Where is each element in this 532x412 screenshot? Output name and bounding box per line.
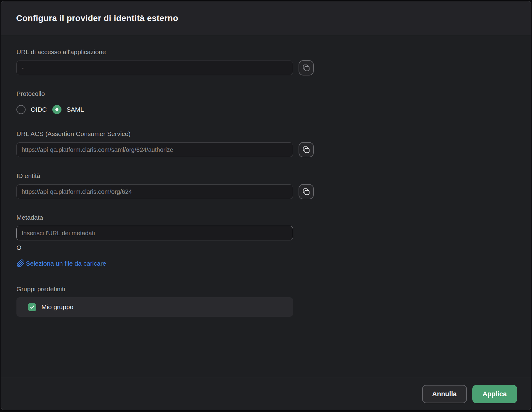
group-item-label: Mio gruppo xyxy=(41,303,73,311)
group-checkbox[interactable] xyxy=(28,303,36,311)
upload-metadata-file-link[interactable]: Seleziona un file da caricare xyxy=(16,259,106,267)
group-list-item: Mio gruppo xyxy=(16,297,293,317)
cancel-button[interactable]: Annulla xyxy=(422,385,467,403)
copy-entity-id-button[interactable] xyxy=(299,184,314,199)
app-url-label: URL di accesso all'applicazione xyxy=(16,49,516,55)
app-url-field: URL di accesso all'applicazione xyxy=(16,49,516,75)
protocol-options: OIDC SAML xyxy=(16,105,516,114)
metadata-url-input[interactable] xyxy=(16,226,293,240)
acs-url-label: URL ACS (Assertion Consumer Service) xyxy=(16,131,516,137)
dialog-header: Configura il provider di identità estern… xyxy=(1,1,531,35)
dialog-footer: Annulla Applica xyxy=(1,378,531,410)
configure-identity-provider-dialog: Configura il provider di identità estern… xyxy=(1,1,531,410)
radio-saml[interactable] xyxy=(52,105,61,114)
paperclip-icon xyxy=(16,259,25,267)
copy-acs-url-button[interactable] xyxy=(299,142,314,157)
entity-id-input[interactable] xyxy=(16,184,293,199)
copy-app-url-button[interactable] xyxy=(299,60,314,75)
groups-field: Gruppi predefiniti Mio gruppo xyxy=(16,286,516,317)
protocol-label: Protocollo xyxy=(16,90,516,97)
metadata-field: Metadata O Seleziona un file da caricare xyxy=(16,214,516,269)
or-separator-text: O xyxy=(16,244,516,251)
copy-icon xyxy=(302,64,310,72)
groups-label: Gruppi predefiniti xyxy=(16,286,516,292)
entity-id-label: ID entità xyxy=(16,173,516,179)
copy-icon xyxy=(302,188,310,196)
checkmark-icon xyxy=(30,304,35,310)
copy-icon xyxy=(302,146,310,154)
protocol-field: Protocollo OIDC SAML xyxy=(16,90,516,114)
radio-saml-label: SAML xyxy=(67,106,84,113)
acs-url-field: URL ACS (Assertion Consumer Service) xyxy=(16,131,516,157)
protocol-option-saml[interactable]: SAML xyxy=(52,105,84,114)
app-url-input[interactable] xyxy=(16,61,293,75)
radio-oidc[interactable] xyxy=(16,105,26,114)
acs-url-input[interactable] xyxy=(16,142,293,157)
protocol-option-oidc[interactable]: OIDC xyxy=(16,105,47,114)
entity-id-field: ID entità xyxy=(16,173,516,199)
radio-oidc-label: OIDC xyxy=(31,106,47,113)
apply-button[interactable]: Applica xyxy=(472,385,517,403)
dialog-title: Configura il provider di identità estern… xyxy=(16,13,178,23)
dialog-body: URL di accesso all'applicazione Protocol… xyxy=(1,35,531,378)
metadata-label: Metadata xyxy=(16,214,516,221)
upload-link-label: Seleziona un file da caricare xyxy=(26,260,106,267)
